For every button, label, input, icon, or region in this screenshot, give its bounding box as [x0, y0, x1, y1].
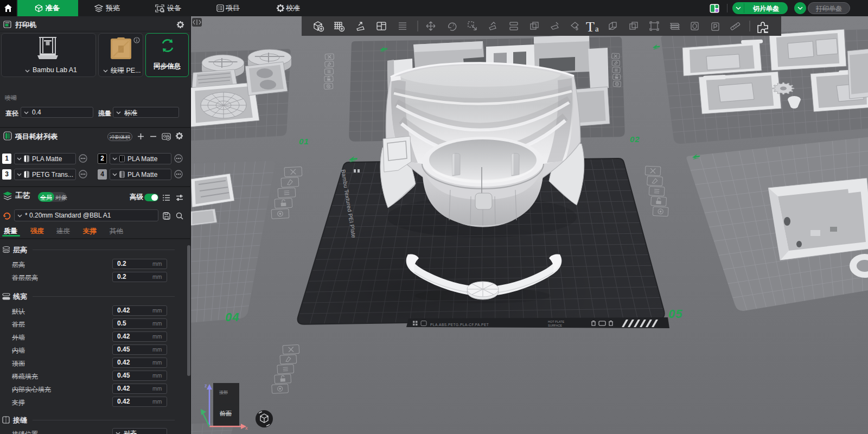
svg-text:04: 04 [225, 310, 239, 324]
svg-text:x: x [245, 425, 248, 431]
svg-text:05: 05 [668, 307, 682, 321]
svg-text:z: z [205, 383, 207, 388]
svg-text:01: 01 [299, 137, 309, 146]
svg-text:HOT PLATE: HOT PLATE [548, 320, 564, 323]
svg-text:02: 02 [630, 135, 640, 144]
svg-text:a: a [595, 24, 599, 33]
svg-text:PLA.ABS.PETG.PLA-CF.PA.PET: PLA.ABS.PETG.PLA-CF.PA.PET [430, 323, 489, 327]
svg-text:T: T [586, 19, 595, 35]
svg-text:SURFACE: SURFACE [548, 324, 562, 327]
svg-text:顶部: 顶部 [219, 390, 228, 395]
svg-text:前面: 前面 [219, 410, 232, 417]
